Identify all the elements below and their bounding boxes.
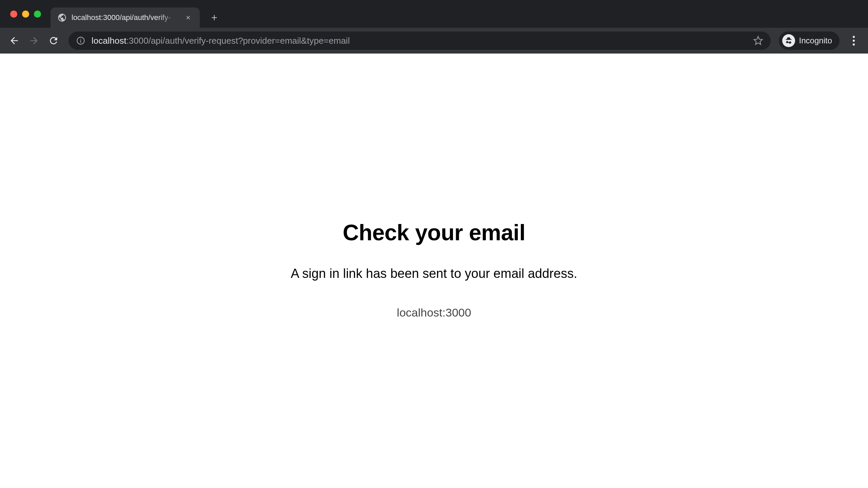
page-message: A sign in link has been sent to your ema… xyxy=(291,266,577,281)
tab-bar: localhost:3000/api/auth/verify- xyxy=(0,0,868,28)
browser-tab[interactable]: localhost:3000/api/auth/verify- xyxy=(51,7,200,28)
svg-point-0 xyxy=(853,36,855,38)
incognito-label: Incognito xyxy=(799,36,832,45)
incognito-badge[interactable]: Incognito xyxy=(779,32,840,50)
minimize-window-button[interactable] xyxy=(22,11,29,18)
forward-button[interactable] xyxy=(26,33,42,49)
window-controls xyxy=(4,0,47,28)
browser-menu-button[interactable] xyxy=(846,33,862,49)
url-text: localhost:3000/api/auth/verify-request?p… xyxy=(92,36,747,46)
globe-icon xyxy=(57,13,67,22)
svg-point-2 xyxy=(853,43,855,45)
page-heading: Check your email xyxy=(343,220,526,245)
browser-toolbar: localhost:3000/api/auth/verify-request?p… xyxy=(0,28,868,54)
close-window-button[interactable] xyxy=(10,11,17,18)
tab-title: localhost:3000/api/auth/verify- xyxy=(72,13,179,22)
bookmark-star-icon[interactable] xyxy=(753,36,763,46)
back-button[interactable] xyxy=(6,33,22,49)
site-info-icon[interactable] xyxy=(76,36,85,45)
reload-button[interactable] xyxy=(45,33,62,49)
close-tab-button[interactable] xyxy=(183,13,193,22)
svg-point-1 xyxy=(853,40,855,42)
page-viewport: Check your email A sign in link has been… xyxy=(0,54,868,488)
new-tab-button[interactable] xyxy=(206,9,223,26)
address-bar[interactable]: localhost:3000/api/auth/verify-request?p… xyxy=(68,32,771,50)
incognito-icon xyxy=(782,34,795,47)
page-host-link[interactable]: localhost:3000 xyxy=(397,306,471,319)
maximize-window-button[interactable] xyxy=(34,11,41,18)
browser-chrome: localhost:3000/api/auth/verify- localhos… xyxy=(0,0,868,54)
